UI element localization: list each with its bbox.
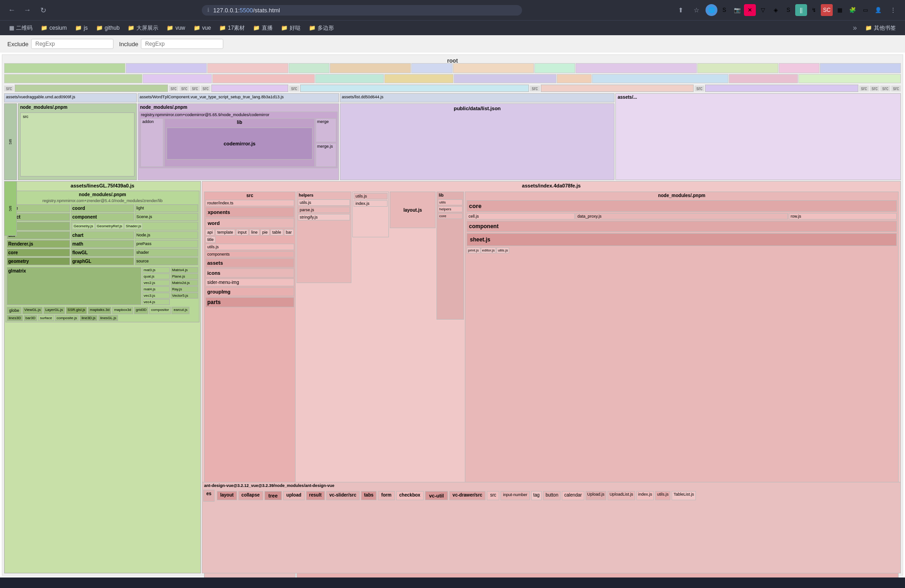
src-block-5[interactable] xyxy=(705,85,858,92)
graphgl-block[interactable]: graphGL xyxy=(71,257,134,265)
upload-js-block[interactable]: Upload.js xyxy=(586,491,607,500)
assets-vuedraggable-label[interactable]: assets/vuedraggable.umd.acd0909f.js xyxy=(4,93,137,102)
src-vertical-bottom[interactable]: src xyxy=(4,181,17,236)
utils-js2-block[interactable]: utils.js xyxy=(354,193,388,199)
share-icon[interactable]: ⬆ xyxy=(674,4,687,16)
ext-icon-window[interactable]: ▭ xyxy=(859,4,871,16)
quat-block[interactable]: quat.js xyxy=(142,273,170,279)
table-block[interactable]: table xyxy=(270,229,283,235)
second-block-5[interactable] xyxy=(384,74,453,83)
back-button[interactable]: ← xyxy=(5,4,18,16)
bar3d-block[interactable]: bar3D xyxy=(24,315,38,321)
icons-block[interactable]: icons xyxy=(205,268,294,278)
maptalks3d-block[interactable]: maptalks.3d xyxy=(88,307,111,314)
top-block-10[interactable] xyxy=(697,63,778,73)
light-block[interactable]: light xyxy=(135,204,198,212)
shader-block[interactable]: shader xyxy=(135,249,198,257)
bookmark-js[interactable]: 📁 js xyxy=(71,23,92,32)
ext-icon-avatar[interactable]: 👤 xyxy=(872,4,884,16)
parse-js-block[interactable]: parse.js xyxy=(298,207,350,213)
word-block[interactable]: word xyxy=(205,218,294,228)
ext-icon-3[interactable]: 📷 xyxy=(731,4,743,16)
title-block[interactable]: title xyxy=(205,236,215,243)
ray-block[interactable]: Ray.js xyxy=(171,286,198,292)
src-block-3[interactable] xyxy=(300,85,529,92)
parts-block[interactable]: parts xyxy=(205,297,294,307)
top-block-5[interactable] xyxy=(330,63,411,73)
uploadlist-block[interactable]: UploadList.js xyxy=(608,491,635,500)
pie-block[interactable]: pie xyxy=(260,229,269,235)
bookmark-live[interactable]: 📁 直播 xyxy=(249,23,276,33)
ext-icon-puzzle[interactable]: 🧩 xyxy=(846,4,858,16)
bookmark-polygon[interactable]: 📁 多边形 xyxy=(305,23,338,33)
tag-ant-block[interactable]: tag xyxy=(531,491,542,500)
components-block[interactable]: components xyxy=(205,251,294,257)
src-block-4[interactable] xyxy=(541,85,694,92)
tree-ant-block[interactable]: tree xyxy=(264,491,282,500)
bookmarks-overflow[interactable]: » xyxy=(849,22,861,33)
top-block-1[interactable] xyxy=(4,63,125,73)
source-block[interactable]: source xyxy=(135,257,198,265)
globe-block[interactable]: globe xyxy=(7,307,22,314)
math-block[interactable]: math xyxy=(71,240,134,248)
geometry-js-block[interactable]: Geometry.js xyxy=(72,223,95,229)
upload-ant-block[interactable]: upload xyxy=(283,491,305,500)
merge-js-block[interactable]: merge.js xyxy=(316,143,336,167)
matrix2d-block[interactable]: Matrix2d.js xyxy=(171,280,198,286)
compositor-block[interactable]: compositor xyxy=(149,307,171,314)
utils-1[interactable]: utils.js xyxy=(496,247,509,253)
second-block-8[interactable] xyxy=(592,74,728,83)
exclude-input[interactable] xyxy=(31,39,113,49)
menu-icon[interactable]: ⋮ xyxy=(887,4,900,16)
component-left-block[interactable]: component xyxy=(71,213,134,221)
result-ant-block[interactable]: result xyxy=(306,491,325,500)
lines3d-block[interactable]: lines3D xyxy=(7,315,23,321)
lib-codemirror-block[interactable]: lib codemirror.js xyxy=(164,118,315,167)
layout-js-block[interactable]: layout.js xyxy=(390,192,436,228)
renderer-js-block[interactable]: Renderer.js xyxy=(7,240,70,248)
merge-block[interactable]: merge xyxy=(316,118,336,142)
tabs-ant-block[interactable]: tabs xyxy=(361,491,377,500)
top-block-7[interactable] xyxy=(453,63,534,73)
component-right-block[interactable]: component xyxy=(467,221,897,232)
codemirror-js-block[interactable]: codemirror.js xyxy=(167,128,312,160)
ssrglsl-block[interactable]: SSR.glsl.js xyxy=(66,307,87,314)
chart-block[interactable]: chart xyxy=(71,231,134,239)
ext-icon-6[interactable]: ◈ xyxy=(770,4,781,16)
bookmark-qrcode[interactable]: ▦ 二维码 xyxy=(5,23,36,33)
second-block-1[interactable] xyxy=(4,74,142,83)
utils-helpers-block[interactable]: utils xyxy=(438,199,463,205)
bookmark-github[interactable]: 📁 github xyxy=(92,23,124,32)
node-modules-pnpm-mid[interactable]: node_modules/.pnpm registry.npmmirror.co… xyxy=(138,103,339,180)
viewgl-block[interactable]: ViewGL.js xyxy=(22,307,43,314)
bar-block[interactable]: bar xyxy=(284,229,294,235)
ext-icon-2[interactable]: S xyxy=(718,4,730,16)
calendar-ant-block[interactable]: calendar xyxy=(562,491,584,500)
include-input[interactable] xyxy=(141,39,223,49)
flowgl-block[interactable]: flowGL xyxy=(71,249,134,257)
row-js-block[interactable]: row.js xyxy=(789,213,897,219)
second-block-7[interactable] xyxy=(557,74,592,83)
node-modules-pnpm-right-inner[interactable]: node_modules/.pnpm core cell.js data_pro… xyxy=(465,192,899,502)
lib-right-block[interactable]: lib utils helpers core xyxy=(436,192,464,320)
ext-icon-4[interactable]: ✕ xyxy=(744,4,756,16)
node-js-block[interactable]: Node.js xyxy=(135,231,198,239)
star-icon[interactable]: ☆ xyxy=(690,4,703,16)
checkbox-ant-block[interactable]: checkbox xyxy=(396,491,424,500)
top-block-11[interactable] xyxy=(779,63,820,73)
groupimg-block[interactable]: groupImg xyxy=(205,287,294,296)
top-block-12[interactable] xyxy=(820,63,901,73)
bookmark-bigscreen[interactable]: 📁 大屏展示 xyxy=(124,23,162,33)
core-right-block[interactable]: core xyxy=(438,213,463,219)
prepass-block[interactable]: prePass xyxy=(135,240,198,248)
input-block[interactable]: input xyxy=(236,229,249,235)
xponents-block[interactable]: xponents xyxy=(205,207,294,217)
shader-js-block[interactable]: Shader.js xyxy=(124,223,142,229)
utils-js4-block[interactable]: utils.js xyxy=(655,491,670,500)
linesgl-node-modules[interactable]: node_modules/.pnpm registry.npmmirror.co… xyxy=(5,191,199,322)
tablelist-block[interactable]: TableList.js xyxy=(672,491,696,500)
vc-util-block[interactable]: vc-util xyxy=(425,491,448,500)
vc-slider-block[interactable]: vc-slider/src xyxy=(326,491,360,500)
layergl-block[interactable]: LayerGL.js xyxy=(43,307,65,314)
scene-js-block[interactable]: Scene.js xyxy=(135,213,198,221)
